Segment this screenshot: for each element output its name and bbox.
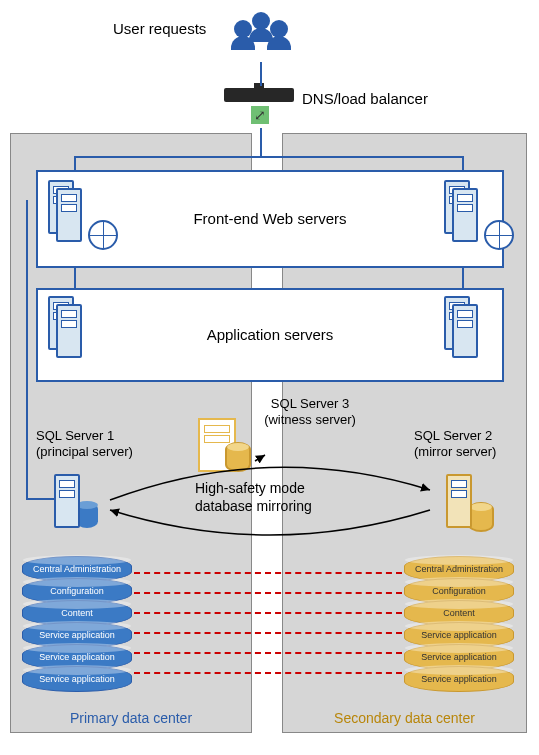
mirror-dash — [134, 612, 402, 614]
sql1-role: (principal server) — [36, 444, 133, 459]
app-tier-label: Application servers — [38, 326, 502, 343]
mirror-dash — [134, 592, 402, 594]
web-server-right — [452, 188, 482, 246]
mirror-line1: High-safety mode — [195, 480, 305, 496]
user-requests-label: User requests — [113, 20, 206, 37]
sql2-server-icon — [446, 474, 472, 532]
sql2-name: SQL Server 2 — [414, 428, 492, 443]
users-icon — [234, 12, 290, 58]
sql1-server-icon — [54, 474, 80, 532]
db-disk: Service application — [22, 666, 132, 692]
mirror-dash — [134, 672, 402, 674]
globe-icon-left — [88, 220, 118, 250]
app-server-left — [56, 304, 86, 362]
primary-dc-label: Primary data center — [11, 710, 251, 726]
globe-icon-right — [484, 220, 514, 250]
expand-icon: ⤢ — [251, 106, 269, 124]
sql3-role: (witness server) — [250, 412, 370, 427]
web-server-left — [56, 188, 86, 246]
app-tier: Application servers — [36, 288, 504, 382]
secondary-db-stack: Central Administration Configuration Con… — [404, 560, 514, 692]
router-icon — [224, 88, 294, 102]
mirror-dash — [134, 652, 402, 654]
sql2-role: (mirror server) — [414, 444, 496, 459]
app-server-right — [452, 304, 482, 362]
mirror-dash — [134, 572, 402, 574]
mirror-dash — [134, 632, 402, 634]
sql3-name: SQL Server 3 — [250, 396, 370, 411]
dns-label: DNS/load balancer — [302, 90, 428, 107]
secondary-dc-label: Secondary data center — [283, 710, 526, 726]
primary-db-stack: Central Administration Configuration Con… — [22, 560, 132, 692]
sql1-name: SQL Server 1 — [36, 428, 114, 443]
db-disk: Service application — [404, 666, 514, 692]
web-tier: Front-end Web servers — [36, 170, 504, 268]
sql3-db-icon — [225, 442, 251, 472]
mirror-line2: database mirroring — [195, 498, 312, 514]
